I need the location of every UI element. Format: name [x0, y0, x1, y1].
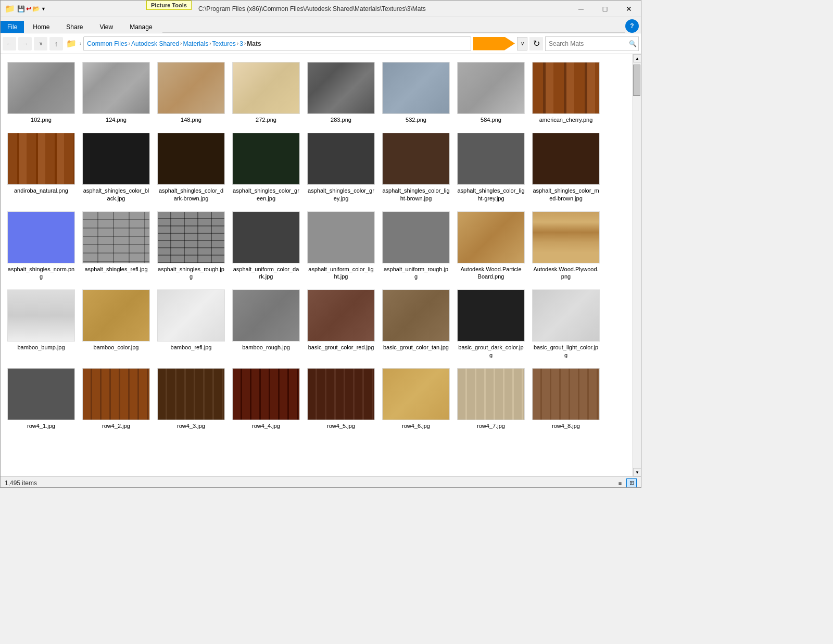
file-item[interactable]: row4_7.jpg — [455, 364, 527, 433]
large-icons-view-button[interactable]: ⊞ — [626, 478, 637, 488]
file-thumbnail — [307, 62, 375, 114]
file-item[interactable]: 532.png — [380, 58, 452, 127]
file-item[interactable]: asphalt_uniform_rough.jpg — [380, 208, 452, 284]
breadcrumb-common-files[interactable]: Common Files — [87, 40, 127, 47]
file-thumbnail — [457, 368, 525, 420]
file-thumbnail — [532, 368, 600, 420]
status-bar: 1,495 items ≡ ⊞ — [1, 476, 641, 488]
scrollbar-up[interactable]: ▲ — [633, 54, 641, 62]
file-item[interactable]: asphalt_shingles_color_light-brown.jpg — [380, 129, 452, 206]
file-item[interactable]: row4_3.jpg — [155, 364, 228, 433]
file-item[interactable]: basic_grout_dark_color.jpg — [455, 286, 527, 362]
file-label: Autodesk.Wood.Particle Board.png — [457, 266, 525, 281]
details-view-button[interactable]: ≡ — [615, 478, 625, 488]
file-thumbnail — [82, 368, 150, 420]
file-thumbnail — [382, 211, 450, 263]
expand-button[interactable]: ∨ — [34, 37, 47, 50]
minimize-button[interactable]: ─ — [569, 1, 593, 17]
file-thumbnail — [82, 62, 150, 114]
file-thumbnail — [232, 62, 300, 114]
dropdown-arrow[interactable]: ▼ — [41, 6, 46, 11]
file-thumbnail — [232, 289, 300, 342]
file-thumbnail — [457, 289, 525, 342]
file-item[interactable]: basic_grout_light_color.jpg — [529, 286, 602, 362]
file-thumbnail — [382, 62, 450, 114]
file-item[interactable]: 272.png — [230, 58, 302, 127]
save-icon[interactable]: 💾 — [17, 5, 25, 12]
file-thumbnail — [7, 211, 75, 263]
file-item[interactable]: Autodesk.Wood.Plywood.png — [529, 208, 602, 284]
tab-view[interactable]: View — [92, 21, 121, 33]
undo-icon[interactable]: ↩ — [26, 5, 31, 12]
file-item[interactable]: basic_grout_color_tan.jpg — [380, 286, 452, 362]
file-label: row4_8.jpg — [552, 422, 580, 430]
refresh-button[interactable]: ↻ — [529, 37, 543, 50]
forward-button[interactable]: → — [18, 37, 32, 50]
file-item[interactable]: asphalt_shingles_rough.jpg — [155, 208, 228, 284]
file-item[interactable]: row4_8.jpg — [529, 364, 602, 433]
maximize-button[interactable]: □ — [593, 1, 617, 17]
file-thumbnail — [157, 62, 225, 114]
file-item[interactable]: Autodesk.Wood.Particle Board.png — [455, 208, 527, 284]
file-item[interactable]: row4_2.jpg — [80, 364, 153, 433]
file-item[interactable]: asphalt_shingles_color_light-grey.jpg — [455, 129, 527, 206]
file-item[interactable]: row4_6.jpg — [380, 364, 452, 433]
title-bar: 📁 💾 ↩ 📂 ▼ Picture Tools C:\Program Files… — [1, 1, 641, 17]
file-thumbnail — [382, 368, 450, 420]
help-button[interactable]: ? — [625, 19, 639, 33]
file-item[interactable]: bamboo_refl.jpg — [155, 286, 228, 362]
file-item[interactable]: asphalt_shingles_color_grey.jpg — [305, 129, 377, 206]
file-thumbnail — [532, 62, 600, 114]
file-item[interactable]: asphalt_uniform_color_light.jpg — [305, 208, 377, 284]
folder-icon[interactable]: 📂 — [32, 5, 40, 12]
file-item[interactable]: asphalt_shingles_color_black.jpg — [80, 129, 153, 206]
file-item[interactable]: asphalt_shingles_color_dark-brown.jpg — [155, 129, 228, 206]
scrollbar[interactable]: ▲ ▼ — [633, 54, 641, 476]
file-item[interactable]: basic_grout_color_red.jpg — [305, 286, 377, 362]
breadcrumb-autodesk-shared[interactable]: Autodesk Shared — [131, 40, 179, 47]
search-icon[interactable]: 🔍 — [629, 40, 637, 47]
file-item[interactable]: 148.png — [155, 58, 228, 127]
scrollbar-thumb[interactable] — [633, 65, 640, 96]
file-label: row4_1.jpg — [27, 422, 55, 430]
scrollbar-thumb-area — [633, 62, 641, 468]
file-item[interactable]: 102.png — [5, 58, 78, 127]
tab-share[interactable]: Share — [58, 21, 91, 33]
tab-manage[interactable]: Manage — [122, 21, 160, 33]
file-item[interactable]: asphalt_uniform_color_dark.jpg — [230, 208, 302, 284]
close-button[interactable]: ✕ — [617, 1, 641, 17]
address-dropdown-button[interactable]: ∨ — [517, 37, 527, 50]
breadcrumb-materials[interactable]: Materials — [183, 40, 208, 47]
file-item[interactable]: andiroba_natural.png — [5, 129, 78, 206]
file-item[interactable]: 124.png — [80, 58, 153, 127]
scrollbar-down[interactable]: ▼ — [633, 468, 641, 476]
file-item[interactable]: bamboo_bump.jpg — [5, 286, 78, 362]
file-label: asphalt_uniform_color_dark.jpg — [232, 266, 300, 281]
app-icon: 📁 — [5, 4, 15, 14]
back-button[interactable]: ← — [3, 37, 16, 50]
file-item[interactable]: asphalt_shingles_norm.png — [5, 208, 78, 284]
breadcrumb-3[interactable]: 3 — [239, 40, 243, 47]
file-thumbnail — [307, 368, 375, 420]
file-label: asphalt_shingles_color_black.jpg — [82, 187, 150, 202]
file-item[interactable]: 584.png — [455, 58, 527, 127]
file-label: asphalt_shingles_color_light-grey.jpg — [457, 187, 525, 202]
file-item[interactable]: 283.png — [305, 58, 377, 127]
file-item[interactable]: american_cherry.png — [529, 58, 602, 127]
tab-home[interactable]: Home — [25, 21, 57, 33]
tab-file[interactable]: File — [1, 21, 24, 33]
up-button[interactable]: ↑ — [49, 37, 63, 50]
file-label: row4_5.jpg — [327, 422, 355, 430]
file-label: american_cherry.png — [539, 116, 593, 123]
file-item[interactable]: asphalt_shingles_color_green.jpg — [230, 129, 302, 206]
breadcrumb-textures[interactable]: Textures — [212, 40, 235, 47]
file-item[interactable]: asphalt_shingles_refl.jpg — [80, 208, 153, 284]
file-item[interactable]: row4_1.jpg — [5, 364, 78, 433]
file-item[interactable]: row4_5.jpg — [305, 364, 377, 433]
file-item[interactable]: asphalt_shingles_color_med-brown.jpg — [529, 129, 602, 206]
file-item[interactable]: row4_4.jpg — [230, 364, 302, 433]
search-input[interactable] — [549, 40, 627, 47]
file-label: asphalt_uniform_color_light.jpg — [307, 266, 375, 281]
file-item[interactable]: bamboo_color.jpg — [80, 286, 153, 362]
file-item[interactable]: bamboo_rough.jpg — [230, 286, 302, 362]
